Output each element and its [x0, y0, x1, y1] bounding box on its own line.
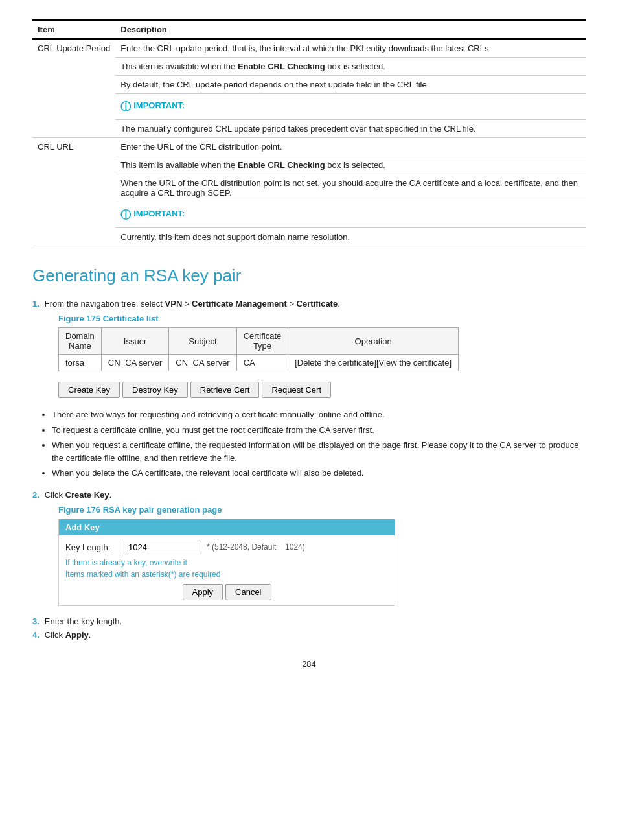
- key-length-label: Key Length:: [65, 542, 124, 552]
- bullet-item: When you request a certificate offline, …: [52, 439, 586, 464]
- table-row: When the URL of the CRL distribution poi…: [32, 174, 586, 202]
- key-length-hint: * (512-2048, Default = 1024): [207, 542, 305, 552]
- crl-url-desc1: Enter the URL of the CRL distribution po…: [115, 138, 586, 156]
- table-row: CRL Update Period Enter the CRL update p…: [32, 39, 586, 58]
- key-length-input[interactable]: [124, 541, 201, 554]
- crl-update-period-desc2: This item is available when the Enable C…: [115, 58, 586, 76]
- request-cert-button[interactable]: Request Cert: [262, 382, 331, 398]
- figure175-container: Figure 175 Certificate list DomainName I…: [58, 314, 586, 398]
- table-row: ⓘ IMPORTANT:: [32, 94, 586, 120]
- crl-url-desc2: This item is available when the Enable C…: [115, 156, 586, 174]
- bullet-item: There are two ways for requesting and re…: [52, 408, 586, 421]
- add-key-tab[interactable]: Add Key: [59, 519, 395, 535]
- crl-update-period-desc1: Enter the CRL update period, that is, th…: [115, 39, 586, 58]
- important-icon: ⓘ: [120, 100, 131, 113]
- figure175-title: Figure 175 Certificate list: [58, 314, 586, 323]
- step1-text: From the navigation tree, select VPN > C…: [45, 299, 340, 309]
- form-note1: If there is already a key, overwrite it: [65, 558, 388, 567]
- step4-text: Click Apply.: [45, 630, 91, 640]
- cert-type-cell: CA: [236, 355, 288, 371]
- cert-operation-cell: [Delete the certificate][View the certif…: [288, 355, 459, 371]
- step1-number: 1.: [32, 299, 40, 309]
- step4-number: 4.: [32, 630, 40, 640]
- step2-number: 2.: [32, 490, 40, 500]
- section-heading: Generating an RSA key pair: [32, 266, 586, 286]
- important-icon-2: ⓘ: [120, 209, 131, 221]
- crl-update-period-desc3: By default, the CRL update period depend…: [115, 76, 586, 94]
- important-label: IMPORTANT:: [133, 100, 185, 110]
- cert-col-domain: DomainName: [59, 328, 102, 355]
- step3-number: 3.: [32, 616, 40, 626]
- form-body: Key Length: * (512-2048, Default = 1024)…: [59, 535, 395, 605]
- crl-update-period-label: CRL Update Period: [32, 39, 115, 138]
- table-row: By default, the CRL update period depend…: [32, 76, 586, 94]
- table-row: Currently, this item does not support do…: [32, 228, 586, 246]
- cert-col-issuer: Issuer: [101, 328, 168, 355]
- bullet-item: To request a certificate online, you mus…: [52, 424, 586, 437]
- bullet-item: When you delete the CA certificate, the …: [52, 467, 586, 480]
- step3: 3. Enter the key length.: [32, 616, 586, 626]
- cancel-button[interactable]: Cancel: [225, 584, 271, 600]
- form-required-note: Items marked with an asterisk(*) are req…: [65, 570, 388, 579]
- destroy-key-button[interactable]: Destroy Key: [122, 382, 188, 398]
- apply-button[interactable]: Apply: [183, 584, 223, 600]
- step4: 4. Click Apply.: [32, 630, 586, 640]
- crl-url-label: CRL URL: [32, 138, 115, 246]
- cert-col-subject: Subject: [169, 328, 236, 355]
- table-row: This item is available when the Enable C…: [32, 58, 586, 76]
- crl-url-important: ⓘ IMPORTANT:: [115, 202, 586, 228]
- create-key-button[interactable]: Create Key: [58, 382, 120, 398]
- step3-text: Enter the key length.: [45, 616, 122, 626]
- figure176-container: Figure 176 RSA key pair generation page …: [58, 505, 586, 606]
- step2-text: Click Create Key.: [45, 490, 111, 500]
- cert-subject-cell: CN=CA server: [169, 355, 236, 371]
- form-action-buttons: Apply Cancel: [65, 584, 388, 600]
- crl-url-desc4: Currently, this item does not support do…: [115, 228, 586, 246]
- table-row: CRL URL Enter the URL of the CRL distrib…: [32, 138, 586, 156]
- col-item-header: Item: [32, 20, 115, 39]
- crl-url-desc3: When the URL of the CRL distribution poi…: [115, 174, 586, 202]
- info-bullet-list: There are two ways for requesting and re…: [52, 408, 586, 480]
- cert-table-row: torsa CN=CA server CN=CA server CA [Dele…: [59, 355, 459, 371]
- page-number: 284: [32, 659, 586, 669]
- col-description-header: Description: [115, 20, 586, 39]
- cert-col-operation: Operation: [288, 328, 459, 355]
- cert-domain-cell: torsa: [59, 355, 102, 371]
- figure176-title: Figure 176 RSA key pair generation page: [58, 505, 586, 515]
- rsa-key-form: Add Key Key Length: * (512-2048, Default…: [58, 519, 395, 606]
- step2: 2. Click Create Key.: [32, 490, 586, 500]
- cert-issuer-cell: CN=CA server: [101, 355, 168, 371]
- crl-update-period-important: ⓘ IMPORTANT:: [115, 94, 586, 120]
- key-length-row: Key Length: * (512-2048, Default = 1024): [65, 541, 388, 554]
- table-row: This item is available when the Enable C…: [32, 156, 586, 174]
- crl-update-period-desc4: The manually configured CRL update perio…: [115, 120, 586, 138]
- important-label-2: IMPORTANT:: [133, 209, 185, 218]
- certificate-buttons: Create Key Destroy Key Retrieve Cert Req…: [58, 382, 586, 398]
- retrieve-cert-button[interactable]: Retrieve Cert: [190, 382, 260, 398]
- info-table: Item Description CRL Update Period Enter…: [32, 19, 586, 246]
- table-row: ⓘ IMPORTANT:: [32, 202, 586, 228]
- table-row: The manually configured CRL update perio…: [32, 120, 586, 138]
- step1: 1. From the navigation tree, select VPN …: [32, 299, 586, 309]
- cert-col-type: CertificateType: [236, 328, 288, 355]
- certificate-table: DomainName Issuer Subject CertificateTyp…: [58, 327, 459, 371]
